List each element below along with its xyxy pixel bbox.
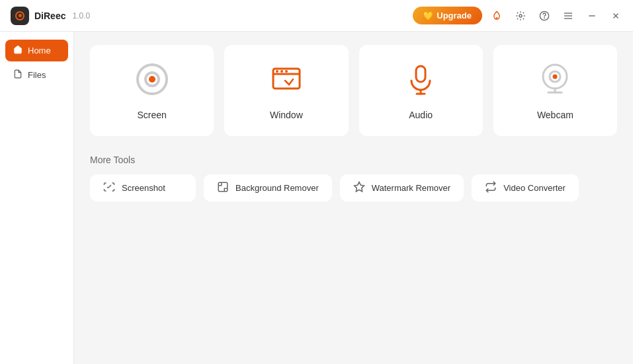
titlebar: DiReec 1.0.0 💛 Upgrade <box>0 0 633 32</box>
minimize-icon[interactable] <box>583 7 601 25</box>
watermark-remover-icon <box>353 181 365 195</box>
screenshot-label: Screenshot <box>122 183 165 193</box>
watermark-remover-label: Watermark Remover <box>372 183 450 193</box>
svg-rect-28 <box>218 182 228 192</box>
sidebar-files-label: Files <box>28 70 46 80</box>
menu-icon[interactable] <box>559 7 577 25</box>
window-label: Window <box>270 110 303 120</box>
cards-row: Screen Window <box>90 45 617 136</box>
more-tools-title: More Tools <box>90 155 617 165</box>
svg-point-0 <box>496 17 498 19</box>
svg-point-17 <box>285 70 288 73</box>
app-version: 1.0.0 <box>72 11 90 20</box>
settings-icon[interactable] <box>511 7 530 25</box>
sidebar-item-files[interactable]: Files <box>5 64 68 86</box>
watermark-remover-tool[interactable]: Watermark Remover <box>340 174 464 201</box>
screenshot-tool[interactable]: Screenshot <box>90 174 196 201</box>
background-remover-tool[interactable]: Background Remover <box>204 174 332 201</box>
svg-marker-29 <box>354 182 364 192</box>
audio-icon <box>402 61 439 100</box>
app-logo-inner <box>15 11 24 20</box>
sidebar: Home Files <box>0 32 74 364</box>
video-converter-icon <box>485 181 497 195</box>
svg-line-27 <box>108 185 112 188</box>
screen-icon <box>134 61 171 100</box>
main-layout: Home Files Screen <box>0 32 633 364</box>
svg-point-1 <box>519 15 522 17</box>
app-logo <box>11 7 29 25</box>
webcam-label: Webcam <box>537 110 573 120</box>
help-icon[interactable] <box>535 7 554 25</box>
home-icon <box>13 45 22 56</box>
sidebar-home-label: Home <box>28 46 51 55</box>
svg-point-16 <box>280 70 283 73</box>
background-remover-icon <box>217 181 229 195</box>
titlebar-right: 💛 Upgrade <box>413 7 625 25</box>
upgrade-button[interactable]: 💛 Upgrade <box>413 7 482 24</box>
background-remover-label: Background Remover <box>235 183 319 193</box>
app-name: DiReec <box>34 11 65 21</box>
flame-icon[interactable] <box>487 7 506 25</box>
sidebar-item-home[interactable]: Home <box>5 40 68 61</box>
screenshot-icon <box>103 181 115 195</box>
files-icon <box>13 69 22 81</box>
more-tools-section: More Tools Screenshot <box>90 155 617 201</box>
close-icon[interactable] <box>607 7 625 25</box>
svg-rect-18 <box>416 66 425 82</box>
window-card[interactable]: Window <box>224 45 348 136</box>
titlebar-left: DiReec 1.0.0 <box>11 7 90 25</box>
content-area: Screen Window <box>74 32 633 364</box>
webcam-card[interactable]: Webcam <box>493 45 617 136</box>
audio-label: Audio <box>409 110 433 120</box>
screen-card[interactable]: Screen <box>90 45 214 136</box>
heart-icon: 💛 <box>423 11 433 20</box>
window-icon <box>268 61 305 100</box>
svg-point-3 <box>544 18 545 18</box>
webcam-icon <box>536 61 573 100</box>
svg-point-15 <box>276 70 278 73</box>
svg-point-23 <box>553 75 558 79</box>
svg-point-12 <box>149 76 155 83</box>
audio-card[interactable]: Audio <box>359 45 483 136</box>
tools-grid: Screenshot Background Remover <box>90 174 617 201</box>
video-converter-tool[interactable]: Video Converter <box>472 174 579 201</box>
app-logo-dot <box>19 14 22 17</box>
video-converter-label: Video Converter <box>503 183 566 193</box>
upgrade-label: Upgrade <box>437 11 472 20</box>
screen-label: Screen <box>137 110 166 120</box>
